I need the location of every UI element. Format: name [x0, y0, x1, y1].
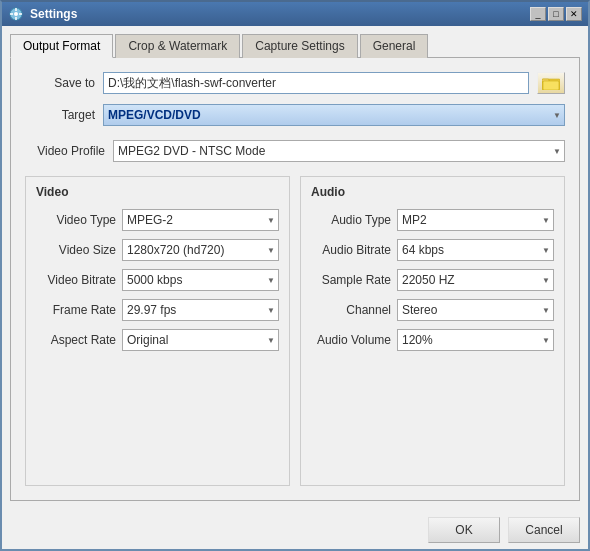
channel-select[interactable]: Stereo	[397, 299, 554, 321]
tab-crop-watermark[interactable]: Crop & Watermark	[115, 34, 240, 58]
window-controls: _ □ ✕	[530, 7, 582, 21]
video-type-select[interactable]: MPEG-2	[122, 209, 279, 231]
video-profile-select[interactable]: MPEG2 DVD - NTSC Mode	[113, 140, 565, 162]
tab-capture-settings[interactable]: Capture Settings	[242, 34, 357, 58]
video-panel-title: Video	[36, 185, 279, 199]
audio-type-label: Audio Type	[311, 213, 391, 227]
video-type-label: Video Type	[36, 213, 116, 227]
tab-bar: Output Format Crop & Watermark Capture S…	[10, 34, 580, 58]
video-bitrate-select[interactable]: 5000 kbps	[122, 269, 279, 291]
audio-volume-row: Audio Volume 120%	[311, 329, 554, 351]
save-to-label: Save to	[25, 76, 95, 90]
settings-window: Settings _ □ ✕ Output Format Crop & Wate…	[0, 0, 590, 551]
video-panel: Video Video Type MPEG-2 Video Size	[25, 176, 290, 486]
audio-type-select[interactable]: MP2	[397, 209, 554, 231]
video-audio-panels: Video Video Type MPEG-2 Video Size	[25, 176, 565, 486]
video-bitrate-row: Video Bitrate 5000 kbps	[36, 269, 279, 291]
bottom-bar: OK Cancel	[2, 509, 588, 549]
title-bar: Settings _ □ ✕	[2, 2, 588, 26]
target-label: Target	[25, 108, 95, 122]
video-size-label: Video Size	[36, 243, 116, 257]
aspect-rate-row: Aspect Rate Original	[36, 329, 279, 351]
aspect-rate-select[interactable]: Original	[122, 329, 279, 351]
video-profile-row: Video Profile MPEG2 DVD - NTSC Mode	[25, 136, 565, 166]
audio-bitrate-select[interactable]: 64 kbps	[397, 239, 554, 261]
window-title: Settings	[30, 7, 524, 21]
aspect-rate-label: Aspect Rate	[36, 333, 116, 347]
close-button[interactable]: ✕	[566, 7, 582, 21]
tab-output-format[interactable]: Output Format	[10, 34, 113, 58]
video-size-row: Video Size 1280x720 (hd720)	[36, 239, 279, 261]
video-profile-select-wrap: MPEG2 DVD - NTSC Mode	[113, 140, 565, 162]
minimize-button[interactable]: _	[530, 7, 546, 21]
target-select[interactable]: MPEG/VCD/DVD	[103, 104, 565, 126]
video-size-select[interactable]: 1280x720 (hd720)	[122, 239, 279, 261]
audio-panel-title: Audio	[311, 185, 554, 199]
ok-button[interactable]: OK	[428, 517, 500, 543]
video-type-row: Video Type MPEG-2	[36, 209, 279, 231]
sample-rate-row: Sample Rate 22050 HZ	[311, 269, 554, 291]
tab-content-output-format: Save to Target MPEG/VCD/DVD	[10, 57, 580, 501]
browse-folder-button[interactable]	[537, 72, 565, 94]
svg-rect-4	[543, 81, 559, 90]
window-content: Output Format Crop & Watermark Capture S…	[2, 26, 588, 509]
frame-rate-row: Frame Rate 29.97 fps	[36, 299, 279, 321]
target-row: Target MPEG/VCD/DVD	[25, 104, 565, 126]
target-select-wrap: MPEG/VCD/DVD	[103, 104, 565, 126]
cancel-button[interactable]: Cancel	[508, 517, 580, 543]
channel-row: Channel Stereo	[311, 299, 554, 321]
audio-bitrate-label: Audio Bitrate	[311, 243, 391, 257]
audio-bitrate-row: Audio Bitrate 64 kbps	[311, 239, 554, 261]
audio-type-row: Audio Type MP2	[311, 209, 554, 231]
audio-volume-label: Audio Volume	[311, 333, 391, 347]
window-icon	[8, 6, 24, 22]
video-bitrate-label: Video Bitrate	[36, 273, 116, 287]
audio-volume-select[interactable]: 120%	[397, 329, 554, 351]
restore-button[interactable]: □	[548, 7, 564, 21]
frame-rate-label: Frame Rate	[36, 303, 116, 317]
audio-panel: Audio Audio Type MP2 Audio Bitrate	[300, 176, 565, 486]
save-to-row: Save to	[25, 72, 565, 94]
channel-label: Channel	[311, 303, 391, 317]
tab-general[interactable]: General	[360, 34, 429, 58]
frame-rate-select[interactable]: 29.97 fps	[122, 299, 279, 321]
svg-point-1	[14, 12, 18, 16]
video-profile-label: Video Profile	[25, 144, 105, 158]
sample-rate-label: Sample Rate	[311, 273, 391, 287]
save-to-input[interactable]	[103, 72, 529, 94]
sample-rate-select[interactable]: 22050 HZ	[397, 269, 554, 291]
